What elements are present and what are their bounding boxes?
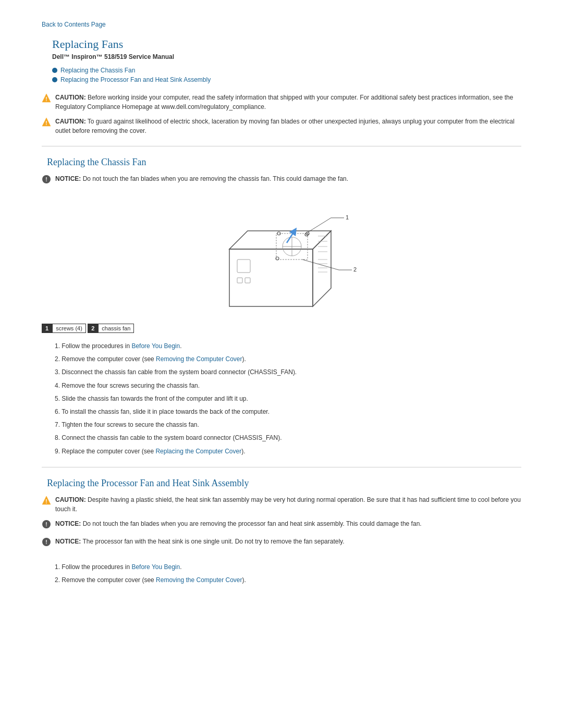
caution-icon-processor: ! — [42, 496, 51, 508]
section-divider-2 — [42, 467, 521, 467]
step-9: Replace the computer cover (see Replacin… — [52, 447, 521, 456]
notice-icon-chassis: ! — [42, 175, 51, 187]
step-1: Follow the procedures in Before You Begi… — [52, 341, 521, 351]
notice-icon-processor-1: ! — [42, 520, 51, 532]
subtitle: Dell™ Inspiron™ 518/519 Service Manual — [42, 53, 521, 60]
caution-icon-2: ! — [42, 117, 51, 129]
toc-bullet — [52, 77, 57, 82]
before-you-begin-link-1[interactable]: Before You Begin — [131, 342, 180, 350]
svg-text:!: ! — [45, 522, 47, 527]
before-you-begin-link-2[interactable]: Before You Begin — [131, 563, 180, 571]
removing-cover-link-2[interactable]: Removing the Computer Cover — [156, 576, 242, 584]
chassis-fan-notice: ! NOTICE: Do not touch the fan blades wh… — [42, 174, 521, 187]
svg-rect-29 — [237, 260, 250, 273]
svg-line-18 — [287, 231, 295, 243]
chassis-notice-text: NOTICE: Do not touch the fan blades when… — [55, 174, 348, 183]
svg-rect-31 — [245, 278, 250, 283]
processor-fan-notice-1: ! NOTICE: Do not touch the fan blades wh… — [42, 519, 521, 532]
caution-text-1: CAUTION: Before working inside your comp… — [55, 93, 521, 112]
step-8: Connect the chassis fan cable to the sys… — [52, 433, 521, 443]
step-4: Remove the four screws securing the chas… — [52, 381, 521, 391]
removing-cover-link-1[interactable]: Removing the Computer Cover — [156, 355, 242, 363]
step-5: Slide the chassis fan towards the front … — [52, 394, 521, 404]
replacing-cover-link-1[interactable]: Replacing the Computer Cover — [155, 448, 241, 455]
processor-fan-notice-2: ! NOTICE: The processor fan with the hea… — [42, 537, 521, 549]
toc-item-processor[interactable]: Replacing the Processor Fan and Heat Sin… — [52, 76, 521, 83]
processor-notice-text-2: NOTICE: The processor fan with the heat … — [55, 537, 345, 546]
processor-fan-steps: Follow the procedures in Before You Begi… — [42, 562, 521, 585]
processor-fan-title: Replacing the Processor Fan and Heat Sin… — [42, 478, 521, 489]
caution-text-2: CAUTION: To guard against likelihood of … — [55, 117, 521, 135]
step-6: To install the chassis fan, slide it in … — [52, 407, 521, 417]
processor-notice-text-1: NOTICE: Do not touch the fan blades when… — [55, 519, 422, 528]
processor-caution-text: CAUTION: Despite having a plastic shield… — [55, 495, 521, 514]
svg-line-26 — [302, 260, 339, 270]
svg-line-23 — [308, 218, 331, 232]
chassis-fan-steps: Follow the procedures in Before You Begi… — [42, 341, 521, 456]
toc-item-chassis[interactable]: Replacing the Chassis Fan — [52, 67, 521, 74]
caution-box-1: ! CAUTION: Before working inside your co… — [42, 93, 521, 112]
section-divider-1 — [42, 146, 521, 146]
step-2: Remove the computer cover (see Removing … — [52, 354, 521, 364]
page-title: Replacing Fans — [42, 38, 521, 51]
toc-link-chassis[interactable]: Replacing the Chassis Fan — [60, 67, 135, 74]
chassis-fan-diagram: 1 2 — [182, 197, 381, 313]
callout-num-2: 2 — [88, 324, 98, 333]
processor-fan-caution: ! CAUTION: Despite having a plastic shie… — [42, 495, 521, 514]
svg-marker-8 — [313, 231, 331, 306]
caution-icon-1: ! — [42, 93, 51, 105]
proc-step-2: Remove the computer cover (see Removing … — [52, 575, 521, 585]
svg-text:!: ! — [45, 177, 47, 182]
callout-label-1: screws (4) — [52, 324, 86, 333]
step-3: Disconnect the chassis fan cable from th… — [52, 367, 521, 377]
svg-rect-30 — [237, 278, 242, 283]
proc-step-1: Follow the procedures in Before You Begi… — [52, 562, 521, 572]
callout-table: 1 screws (4) 2 chassis fan — [42, 324, 521, 333]
toc-bullet — [52, 68, 57, 73]
svg-text:2: 2 — [353, 266, 357, 273]
callout-num-1: 1 — [42, 324, 52, 333]
svg-text:!: ! — [45, 96, 47, 102]
chassis-fan-title: Replacing the Chassis Fan — [42, 157, 521, 168]
svg-text:!: ! — [45, 499, 47, 504]
step-7: Tighten the four screws to secure the ch… — [52, 420, 521, 430]
notice-icon-processor-2: ! — [42, 537, 51, 549]
svg-text:!: ! — [45, 120, 47, 126]
toc-link-processor[interactable]: Replacing the Processor Fan and Heat Sin… — [60, 76, 211, 83]
table-of-contents: Replacing the Chassis Fan Replacing the … — [42, 67, 521, 83]
svg-text:!: ! — [45, 539, 47, 545]
svg-text:1: 1 — [346, 214, 349, 220]
callout-label-2: chassis fan — [98, 324, 134, 333]
back-to-contents-link[interactable]: Back to Contents Page — [42, 21, 521, 28]
caution-box-2: ! CAUTION: To guard against likelihood o… — [42, 117, 521, 135]
